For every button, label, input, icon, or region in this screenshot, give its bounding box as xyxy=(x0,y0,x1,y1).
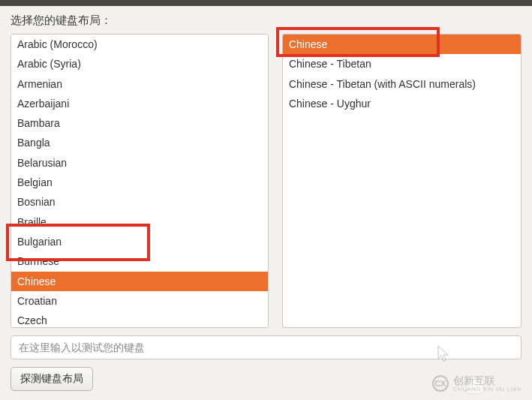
prompt-label: 选择您的键盘布局： xyxy=(11,14,521,28)
layout-variant-item[interactable]: Chinese - Uyghur xyxy=(283,94,521,113)
watermark: CX 创新互联 CHUANG XIN HU LIAN xyxy=(432,375,521,392)
layout-country-item[interactable]: Azerbaijani xyxy=(11,94,268,113)
layout-country-item[interactable]: Chinese xyxy=(11,272,268,291)
cursor-icon xyxy=(437,345,449,363)
layout-variant-item[interactable]: Chinese xyxy=(283,35,521,54)
content-area: 选择您的键盘布局： Arabic (Morocco)Arabic (Syria)… xyxy=(0,6,532,398)
window-titlebar xyxy=(0,0,532,6)
layout-variant-item[interactable]: Chinese - Tibetan (with ASCII numerals) xyxy=(283,74,521,94)
layout-country-item[interactable]: Armenian xyxy=(11,74,268,94)
watermark-py: CHUANG XIN HU LIAN xyxy=(453,386,521,392)
layout-country-item[interactable]: Burmese xyxy=(11,251,268,271)
detect-layout-button[interactable]: 探测键盘布局 xyxy=(11,367,93,391)
layout-country-item[interactable]: Bosnian xyxy=(11,192,268,212)
watermark-text: 创新互联 CHUANG XIN HU LIAN xyxy=(453,375,521,392)
lists-row: Arabic (Morocco)Arabic (Syria)ArmenianAz… xyxy=(11,34,521,328)
layout-country-list[interactable]: Arabic (Morocco)Arabic (Syria)ArmenianAz… xyxy=(11,34,269,328)
layout-variant-item[interactable]: Chinese - Tibetan xyxy=(283,54,521,74)
layout-country-item[interactable]: Czech xyxy=(11,311,268,328)
watermark-logo-icon: CX xyxy=(432,375,449,392)
layout-country-item[interactable]: Croatian xyxy=(11,291,268,311)
layout-country-item[interactable]: Arabic (Morocco) xyxy=(11,35,268,54)
layout-country-item[interactable]: Belarusian xyxy=(11,153,268,173)
watermark-cn: 创新互联 xyxy=(453,375,521,386)
layout-country-item[interactable]: Arabic (Syria) xyxy=(11,54,268,74)
layout-country-item[interactable]: Bambara xyxy=(11,113,268,133)
layout-country-item[interactable]: Bulgarian xyxy=(11,232,268,251)
layout-country-item[interactable]: Bangla xyxy=(11,133,268,152)
layout-variant-list[interactable]: ChineseChinese - TibetanChinese - Tibeta… xyxy=(282,34,521,328)
layout-country-item[interactable]: Belgian xyxy=(11,173,268,192)
layout-country-item[interactable]: Braille xyxy=(11,212,268,232)
